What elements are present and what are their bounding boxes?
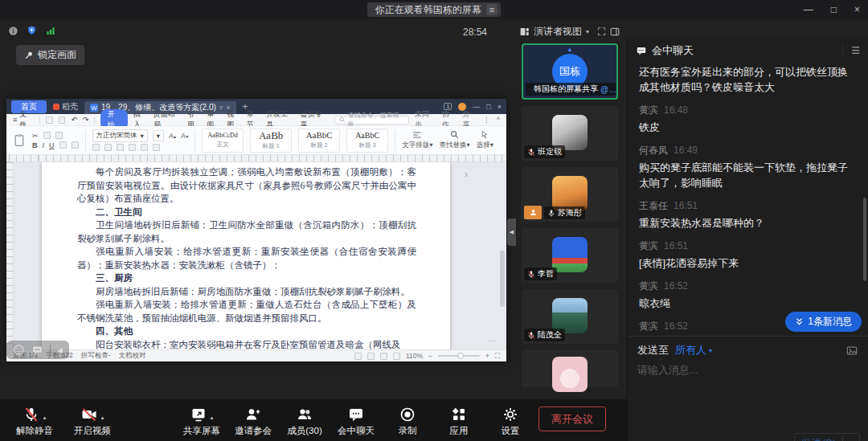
find-replace-tool[interactable]: 查找替换▾ bbox=[439, 130, 469, 150]
record-button[interactable]: 录制 bbox=[384, 405, 431, 437]
save-icon[interactable] bbox=[46, 116, 53, 124]
copy-icon[interactable] bbox=[43, 132, 51, 139]
leave-meeting-button[interactable]: 离开会议 bbox=[538, 406, 606, 431]
security-shield-icon[interactable] bbox=[27, 25, 37, 36]
underline-button[interactable]: U bbox=[49, 141, 55, 149]
wps-tab-docer[interactable]: 稻壳 bbox=[53, 101, 78, 112]
panel-collapse-handle[interactable]: ◀ bbox=[507, 218, 516, 246]
share-options-caret[interactable]: ▴ bbox=[211, 414, 214, 423]
quick-chat-icon[interactable] bbox=[31, 345, 43, 356]
style-heading3[interactable]: AaBbC 标题 3 bbox=[346, 129, 388, 153]
mic-options-caret[interactable]: ▴ bbox=[43, 414, 47, 423]
document-page[interactable]: 每个房间及客厅均拆装独立空调；强弱电入均需敷设新布置（顶棚明敷）；客厅预留安装电… bbox=[42, 162, 450, 349]
select-tool[interactable]: 选择▾ bbox=[477, 130, 493, 150]
vertical-ruler[interactable] bbox=[6, 162, 14, 349]
style-heading1[interactable]: AaBb 标题 1 bbox=[250, 129, 292, 153]
proofread-status[interactable]: 文档校对 bbox=[119, 351, 146, 361]
font-name-select[interactable]: 方正仿宋简体▾ bbox=[92, 129, 148, 142]
layout-view-icon bbox=[519, 27, 530, 37]
horizontal-ruler[interactable] bbox=[6, 155, 506, 162]
increase-font-icon[interactable]: A▴ bbox=[169, 132, 176, 140]
participant-tile-bandingrui[interactable]: 班定锐 bbox=[522, 106, 618, 161]
view-mode-icon-3[interactable] bbox=[380, 353, 387, 360]
unmute-button[interactable]: ▴ 解除静音 bbox=[11, 405, 58, 437]
chat-message: 还有医务室外延出来的部分，可以把铁丝顶换成其他材质吗？铁皮噪音太大 bbox=[639, 64, 857, 95]
shading-icon[interactable] bbox=[153, 144, 160, 151]
paste-icon[interactable] bbox=[13, 133, 26, 149]
undo-icon[interactable]: ↶ bbox=[71, 116, 77, 124]
lock-view-button[interactable]: 锁定画面 bbox=[16, 45, 84, 65]
members-button[interactable]: 成员(30) bbox=[281, 405, 328, 437]
view-mode-icon-4[interactable] bbox=[393, 353, 400, 360]
view-mode-icon-2[interactable] bbox=[367, 353, 375, 360]
send-button[interactable]: 发送(S) bbox=[801, 436, 836, 441]
view-mode-caret[interactable]: ▾ bbox=[586, 28, 589, 35]
network-signal-icon[interactable] bbox=[45, 26, 56, 36]
collapse-ribbon-icon[interactable]: ^ bbox=[497, 116, 500, 124]
send-to-selector[interactable]: 所有人▾ bbox=[675, 343, 712, 357]
zoom-out-button[interactable]: − bbox=[428, 352, 432, 360]
document-scrollbar[interactable] bbox=[500, 251, 505, 307]
document-more-icon[interactable]: ⋯ bbox=[489, 337, 497, 345]
line-spacing-icon[interactable] bbox=[141, 144, 148, 151]
indent-icon[interactable] bbox=[117, 144, 124, 151]
send-button-group: 发送(S) ▾ bbox=[794, 433, 860, 441]
italic-button[interactable]: I bbox=[43, 141, 45, 149]
chat-menu-icon[interactable]: ☰ bbox=[842, 45, 860, 56]
format-painter-icon[interactable] bbox=[55, 132, 63, 139]
style-heading2[interactable]: AaBbC 标题 2 bbox=[298, 129, 340, 153]
meeting-info-icon[interactable] bbox=[8, 26, 18, 36]
start-video-button[interactable]: ▴ 开启视频 bbox=[69, 405, 116, 437]
participant-tile-lizhe[interactable]: 李哲 bbox=[522, 228, 618, 283]
send-image-icon[interactable] bbox=[845, 345, 858, 357]
emoji-reaction-icon[interactable] bbox=[13, 344, 25, 356]
redo-icon[interactable]: ↷ bbox=[83, 116, 89, 124]
participant-tile-lumaoquan[interactable]: 陆茂全 bbox=[522, 289, 618, 344]
close-button[interactable]: × bbox=[854, 4, 860, 15]
share-screen-button[interactable]: ▴ 共享屏幕 bbox=[178, 405, 225, 437]
font-size-select[interactable]: ▾ bbox=[153, 130, 164, 141]
fullscreen-icon[interactable]: ⛶ bbox=[598, 26, 605, 39]
view-mode-selector[interactable]: 演讲者视图 bbox=[534, 25, 582, 39]
wps-command-search[interactable]: 查找命令、搜索模板 bbox=[334, 116, 409, 125]
zoom-in-button[interactable]: + bbox=[485, 352, 489, 360]
fit-page-icon[interactable]: ⛶ bbox=[495, 352, 500, 361]
zoom-level[interactable]: 110% bbox=[406, 352, 423, 360]
style-normal[interactable]: AaBbCcDd 正文 bbox=[202, 129, 244, 153]
decrease-font-icon[interactable]: A▾ bbox=[181, 132, 188, 140]
apps-button[interactable]: 应用 bbox=[436, 405, 482, 437]
participant-tile-suhaitong[interactable]: 苏海彤 bbox=[522, 167, 618, 222]
spellcheck-status[interactable]: 拼写检查- bbox=[81, 351, 111, 361]
next-page-arrow[interactable]: › bbox=[465, 169, 468, 180]
hide-panel-icon[interactable] bbox=[609, 27, 620, 37]
invite-button[interactable]: 邀请参会 bbox=[230, 405, 276, 437]
participant-tile-hanguodong[interactable]: ▲ 国栋 韩国栋的屏幕共享@… bbox=[522, 43, 618, 100]
print-icon[interactable] bbox=[59, 116, 66, 124]
zoom-slider[interactable] bbox=[438, 355, 480, 357]
view-mode-icon-1[interactable] bbox=[354, 353, 362, 360]
participant-label: 韩国栋的屏幕共享@… bbox=[526, 83, 616, 96]
settings-button[interactable]: 设置 bbox=[487, 405, 534, 437]
typeset-tool[interactable]: 文字排版▾ bbox=[402, 131, 432, 150]
message-time: 16:52 bbox=[664, 321, 688, 332]
more-menu-icon[interactable]: ⋮ bbox=[483, 116, 490, 124]
new-message-button[interactable]: 1条新消息 bbox=[785, 312, 862, 332]
minimize-button[interactable]: — bbox=[804, 4, 813, 15]
chat-scrollbar[interactable] bbox=[863, 198, 866, 281]
camera-options-caret[interactable]: ▴ bbox=[101, 414, 104, 423]
chat-button[interactable]: 会中聊天 bbox=[333, 405, 379, 437]
cut-icon[interactable]: ✂ bbox=[32, 132, 39, 140]
highlight-icon[interactable] bbox=[59, 141, 67, 149]
banner-menu-icon[interactable]: ≡ bbox=[486, 4, 497, 15]
chat-message-input[interactable] bbox=[628, 359, 854, 376]
maximize-button[interactable]: □ bbox=[831, 4, 837, 15]
chat-message-list[interactable]: 还有医务室外延出来的部分，可以把铁丝顶换成其他材质吗？铁皮噪音太大 黄滨16:4… bbox=[628, 63, 868, 336]
align-icon[interactable] bbox=[129, 144, 136, 151]
bold-button[interactable]: B bbox=[32, 141, 38, 149]
font-color-icon[interactable] bbox=[72, 141, 79, 149]
bullet-list-icon[interactable] bbox=[92, 144, 100, 151]
zoom-slider-knob[interactable] bbox=[457, 353, 464, 359]
reactions-collapse-icon[interactable]: ◀ bbox=[57, 346, 63, 354]
number-list-icon[interactable] bbox=[104, 144, 112, 151]
participant-tile-partial[interactable] bbox=[522, 350, 618, 387]
